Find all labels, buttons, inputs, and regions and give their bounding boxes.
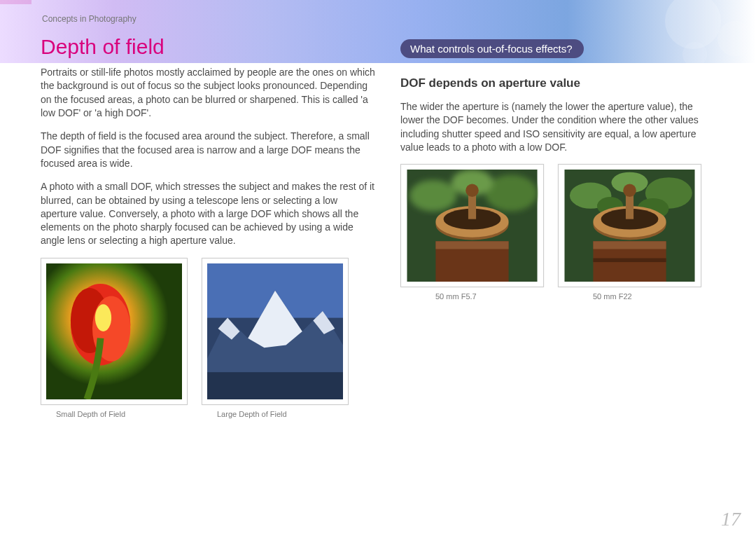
- svg-rect-17: [435, 242, 508, 249]
- top-accent-bar: [0, 0, 31, 4]
- column-left: Depth of field Portraits or still-life p…: [41, 36, 375, 418]
- image-frame: [558, 164, 701, 287]
- image-card-large-dof: Large Depth of Field: [202, 258, 349, 418]
- svg-point-14: [485, 175, 537, 212]
- page-content: Concepts in Photography Depth of field P…: [41, 14, 715, 522]
- sub-heading: DOF depends on aperture value: [400, 76, 715, 90]
- intro-paragraph-2: The depth of field is the focused area a…: [41, 130, 375, 170]
- mountain-image: [207, 263, 343, 399]
- svg-rect-31: [593, 259, 666, 263]
- image-caption: Small Depth of Field: [41, 410, 188, 418]
- image-caption: 50 mm F5.7: [400, 292, 544, 301]
- svg-point-36: [623, 184, 636, 198]
- right-image-row: 50 mm F5.7: [400, 164, 715, 301]
- image-frame: [202, 258, 349, 405]
- section-header: Concepts in Photography: [42, 14, 715, 24]
- svg-rect-11: [207, 372, 343, 399]
- image-card-small-dof: Small Depth of Field: [41, 258, 188, 418]
- page-title: Depth of field: [41, 35, 375, 59]
- image-card-f22: 50 mm F22: [558, 164, 701, 301]
- intro-paragraph-3: A photo with a small DOF, which stresses…: [41, 180, 375, 248]
- grinder-blur-image: [406, 170, 538, 282]
- left-image-row: Small Depth of Field: [41, 258, 375, 418]
- image-card-f57: 50 mm F5.7: [400, 164, 544, 301]
- tulip-image: [46, 263, 182, 399]
- image-frame: [41, 258, 188, 405]
- image-frame: [400, 164, 544, 287]
- intro-paragraph-1: Portraits or still-life photos mostly ac…: [41, 66, 375, 120]
- svg-point-22: [465, 184, 479, 198]
- svg-point-4: [95, 304, 111, 331]
- columns: Depth of field Portraits or still-life p…: [41, 36, 715, 418]
- aperture-paragraph: The wider the aperture is (namely the lo…: [400, 100, 715, 154]
- image-caption: Large Depth of Field: [202, 410, 349, 418]
- svg-rect-30: [593, 242, 666, 249]
- column-right: What controls out-of-focus effects? DOF …: [400, 36, 715, 418]
- callout-pill: What controls out-of-focus effects?: [400, 39, 584, 58]
- page-number: 17: [721, 508, 741, 530]
- svg-point-13: [410, 180, 456, 212]
- image-caption: 50 mm F22: [558, 292, 701, 301]
- grinder-sharp-image: [564, 170, 696, 282]
